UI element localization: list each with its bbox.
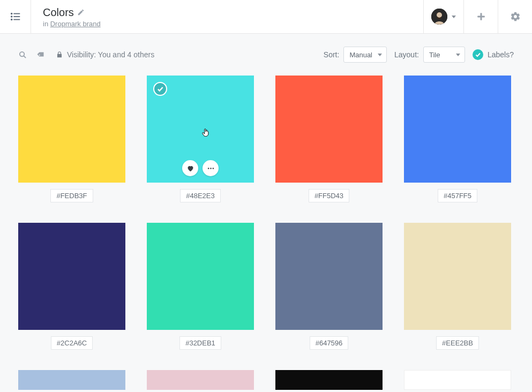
chevron-down-icon — [378, 54, 382, 56]
add-button[interactable] — [463, 0, 498, 33]
toolbar: Visibility: You and 4 others Sort: Manua… — [0, 34, 532, 76]
visibility-label: Visibility: You and 4 others — [67, 50, 154, 59]
search-icon — [18, 50, 27, 59]
color-swatch[interactable] — [147, 223, 254, 330]
menu-button[interactable] — [0, 0, 31, 33]
svg-point-14 — [212, 168, 214, 169]
avatar — [431, 9, 447, 25]
layout-control: Layout: Tile — [394, 47, 465, 63]
breadcrumb-link[interactable]: Dropmark brand — [50, 20, 101, 28]
sort-label: Sort: — [324, 50, 340, 59]
settings-button[interactable] — [498, 0, 532, 33]
color-tile: #48E2E3 — [147, 76, 254, 202]
color-tile — [147, 370, 254, 390]
header-right — [423, 0, 532, 33]
favorite-button[interactable] — [182, 160, 198, 176]
title-area: Colors in Dropmark brand — [31, 0, 423, 33]
color-swatch[interactable] — [18, 223, 125, 330]
svg-point-10 — [20, 51, 25, 56]
color-label: #457FF5 — [438, 189, 477, 202]
layout-label: Layout: — [394, 50, 419, 59]
page-title-text: Colors — [43, 6, 74, 19]
tag-icon — [37, 50, 46, 59]
tags-button[interactable] — [37, 50, 46, 59]
page-title: Colors — [43, 6, 411, 19]
layout-select[interactable]: Tile — [423, 47, 465, 63]
svg-point-3 — [11, 13, 12, 14]
user-menu[interactable] — [423, 0, 463, 33]
ellipsis-icon — [207, 164, 215, 172]
chevron-down-icon — [452, 16, 456, 18]
check-icon — [156, 85, 164, 93]
breadcrumb: in Dropmark brand — [43, 20, 411, 28]
svg-rect-9 — [477, 16, 485, 18]
color-label: #32DEB1 — [179, 336, 221, 350]
labels-toggle-label: Labels? — [488, 50, 514, 59]
color-tile: #EEE2BB — [404, 223, 511, 350]
color-swatch[interactable] — [404, 370, 511, 390]
color-swatch[interactable] — [404, 223, 511, 330]
color-swatch[interactable] — [147, 76, 254, 183]
color-tile: #647596 — [275, 223, 383, 350]
search-button[interactable] — [18, 50, 27, 59]
cursor-hand-icon — [201, 127, 211, 137]
color-swatch[interactable] — [404, 76, 511, 183]
color-swatch[interactable] — [275, 76, 383, 183]
svg-point-13 — [210, 168, 212, 169]
color-tile: #FEDB3F — [18, 76, 125, 202]
color-tile: #FF5D43 — [275, 76, 383, 202]
svg-point-5 — [11, 19, 12, 20]
edit-title-button[interactable] — [77, 6, 85, 19]
color-label: #2C2A6C — [51, 336, 93, 350]
plus-icon — [476, 12, 486, 21]
color-swatch[interactable] — [147, 370, 254, 390]
breadcrumb-prefix: in — [43, 20, 50, 28]
color-label: #647596 — [310, 336, 349, 350]
pencil-icon — [77, 9, 85, 16]
color-label: #48E2E3 — [180, 189, 221, 202]
color-tile — [18, 370, 125, 390]
color-tile: #457FF5 — [404, 76, 511, 202]
color-label: #EEE2BB — [436, 336, 479, 350]
color-swatch[interactable] — [18, 76, 125, 183]
toolbar-right: Sort: Manual Layout: Tile Labels? — [324, 47, 514, 63]
svg-point-4 — [11, 16, 12, 17]
avatar-image — [431, 9, 447, 25]
color-swatch[interactable] — [275, 223, 383, 330]
labels-toggle[interactable]: Labels? — [473, 49, 514, 60]
color-tile — [404, 370, 511, 390]
color-swatch[interactable] — [18, 370, 125, 390]
sort-select[interactable]: Manual — [343, 47, 387, 63]
color-swatch[interactable] — [275, 370, 383, 390]
color-label: #FEDB3F — [50, 189, 93, 202]
list-icon — [10, 11, 21, 22]
gear-icon — [510, 11, 521, 22]
svg-line-11 — [24, 56, 26, 58]
toolbar-left: Visibility: You and 4 others — [18, 50, 154, 59]
color-tile: #2C2A6C — [18, 223, 125, 350]
visibility-control[interactable]: Visibility: You and 4 others — [56, 50, 154, 59]
color-tile: #32DEB1 — [147, 223, 254, 350]
sort-control: Sort: Manual — [324, 47, 387, 63]
color-label: #FF5D43 — [309, 189, 349, 202]
chevron-down-icon — [456, 54, 460, 56]
layout-value: Tile — [429, 51, 440, 59]
color-tile — [275, 370, 383, 390]
lock-icon — [56, 51, 63, 58]
svg-point-12 — [207, 168, 209, 169]
select-toggle[interactable] — [153, 82, 167, 96]
app-header: Colors in Dropmark brand — [0, 0, 532, 34]
check-icon — [473, 49, 483, 60]
color-grid: #FEDB3F — [0, 76, 532, 392]
sort-value: Manual — [349, 51, 372, 59]
heart-icon — [186, 164, 194, 172]
tile-actions — [147, 160, 254, 176]
more-button[interactable] — [203, 160, 219, 176]
